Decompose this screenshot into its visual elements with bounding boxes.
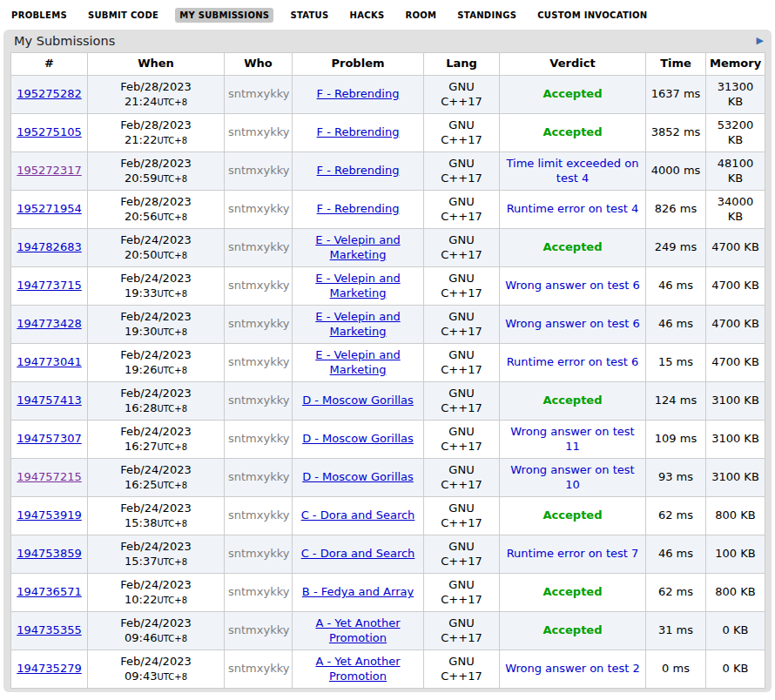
memory-cell: 4700 KB [706, 229, 765, 267]
problem-link[interactable]: B - Fedya and Array [302, 585, 414, 598]
problem-link[interactable]: E - Velepin and Marketing [315, 348, 400, 375]
user-link[interactable]: sntmxykky [228, 125, 289, 138]
memory-cell: 800 KB [706, 497, 765, 535]
who-cell: sntmxykky [225, 650, 293, 689]
timezone-label: UTC+8 [157, 251, 187, 260]
nav-item-submit-code[interactable]: SUBMIT CODE [84, 8, 163, 23]
submission-time: 21:24UTC+8 [91, 95, 220, 109]
problem-link[interactable]: D - Moscow Gorillas [302, 394, 414, 407]
lang-cell: GNU C++17 [424, 267, 500, 306]
user-link[interactable]: sntmxykky [228, 585, 289, 598]
problem-link[interactable]: E - Velepin and Marketing [315, 272, 400, 299]
submission-id-link[interactable]: 194757413 [17, 394, 81, 407]
when-cell: Feb/28/2023 21:24UTC+8 [88, 76, 225, 114]
nav-item-custom-invocation[interactable]: CUSTOM INVOCATION [533, 8, 651, 23]
who-cell: sntmxykky [225, 114, 293, 152]
verdict-cell: Accepted [500, 382, 646, 421]
submission-time: 20:56UTC+8 [91, 210, 220, 224]
submission-time: 19:26UTC+8 [91, 363, 220, 377]
verdict-text: Wrong answer on test 11 [510, 425, 634, 452]
user-link[interactable]: sntmxykky [228, 279, 289, 292]
problem-cell: A - Yet Another Promotion [293, 650, 424, 689]
problem-link[interactable]: F - Rebrending [317, 202, 400, 215]
problem-link[interactable]: D - Moscow Gorillas [302, 432, 414, 445]
nav-item-hacks[interactable]: HACKS [346, 8, 389, 23]
submission-id-link[interactable]: 194735355 [17, 623, 81, 636]
user-link[interactable]: sntmxykky [228, 164, 289, 177]
table-row: 194753919 Feb/24/2023 15:38UTC+8 sntmxyk… [11, 497, 765, 535]
user-link[interactable]: sntmxykky [228, 355, 289, 368]
problem-link[interactable]: A - Yet Another Promotion [315, 655, 400, 682]
lang-cell: GNU C++17 [424, 229, 500, 267]
user-link[interactable]: sntmxykky [228, 87, 289, 100]
submission-id-link[interactable]: 194736571 [17, 585, 81, 598]
problem-link[interactable]: C - Dora and Search [301, 508, 415, 522]
memory-cell: 4700 KB [706, 306, 765, 344]
submission-id-link[interactable]: 194757307 [17, 432, 81, 445]
submission-id-link[interactable]: 194757215 [17, 470, 81, 483]
nav-item-standings[interactable]: STANDINGS [453, 8, 521, 23]
id-cell: 194773428 [11, 306, 88, 344]
user-link[interactable]: sntmxykky [228, 317, 289, 330]
problem-link[interactable]: F - Rebrending [317, 164, 400, 177]
problem-link[interactable]: C - Dora and Search [301, 547, 415, 560]
expand-arrow-icon[interactable]: ▶ [757, 36, 764, 45]
timezone-label: UTC+8 [157, 442, 187, 452]
who-cell: sntmxykky [225, 229, 293, 267]
verdict-cell: Accepted [500, 114, 646, 152]
problem-link[interactable]: E - Velepin and Marketing [315, 233, 400, 260]
submission-date: Feb/24/2023 [91, 616, 220, 630]
user-link[interactable]: sntmxykky [228, 432, 289, 445]
verdict-cell: Accepted [500, 497, 646, 535]
table-row: 194736571 Feb/24/2023 10:22UTC+8 sntmxyk… [11, 574, 765, 612]
nav-item-room[interactable]: ROOM [401, 8, 441, 23]
problem-link[interactable]: A - Yet Another Promotion [315, 616, 400, 643]
submission-id-link[interactable]: 195275282 [17, 87, 81, 100]
table-row: 194773715 Feb/24/2023 19:33UTC+8 sntmxyk… [11, 267, 765, 306]
timezone-label: UTC+8 [157, 136, 187, 145]
user-link[interactable]: sntmxykky [228, 623, 289, 636]
lang-cell: GNU C++17 [424, 382, 500, 421]
lang-cell: GNU C++17 [424, 612, 500, 650]
problem-link[interactable]: D - Moscow Gorillas [302, 470, 414, 483]
user-link[interactable]: sntmxykky [228, 547, 289, 560]
user-link[interactable]: sntmxykky [228, 394, 289, 407]
nav-item-my-submissions[interactable]: MY SUBMISSIONS [175, 8, 273, 23]
user-link[interactable]: sntmxykky [228, 470, 289, 483]
submission-date: Feb/28/2023 [91, 80, 220, 94]
submission-id-link[interactable]: 195271954 [17, 202, 81, 215]
submission-id-link[interactable]: 194753859 [17, 547, 81, 560]
when-cell: Feb/24/2023 15:37UTC+8 [88, 535, 225, 574]
submission-id-link[interactable]: 194753919 [17, 508, 81, 522]
nav-item-status[interactable]: STATUS [286, 8, 333, 23]
submission-id-link[interactable]: 194782683 [17, 240, 81, 253]
id-cell: 194773041 [11, 344, 88, 382]
user-link[interactable]: sntmxykky [228, 240, 289, 253]
problem-cell: D - Moscow Gorillas [293, 459, 424, 497]
timezone-label: UTC+8 [157, 289, 187, 299]
user-link[interactable]: sntmxykky [228, 202, 289, 215]
problem-link[interactable]: E - Velepin and Marketing [315, 310, 400, 337]
timezone-label: UTC+8 [157, 327, 187, 337]
submission-date: Feb/24/2023 [91, 233, 220, 247]
submission-id-link[interactable]: 195272317 [17, 164, 81, 177]
user-link[interactable]: sntmxykky [228, 662, 289, 675]
when-cell: Feb/24/2023 19:26UTC+8 [88, 344, 225, 382]
problem-link[interactable]: F - Rebrending [317, 125, 400, 138]
problem-link[interactable]: F - Rebrending [317, 87, 400, 100]
submission-id-link[interactable]: 194735279 [17, 662, 81, 675]
verdict-cell: Accepted [500, 76, 646, 114]
who-cell: sntmxykky [225, 152, 293, 191]
submission-time: 16:25UTC+8 [91, 478, 220, 492]
submission-id-link[interactable]: 194773715 [17, 279, 81, 292]
when-cell: Feb/24/2023 09:46UTC+8 [88, 612, 225, 650]
verdict-text: Wrong answer on test 10 [510, 463, 634, 490]
time-cell: 109 ms [646, 421, 706, 459]
user-link[interactable]: sntmxykky [228, 508, 289, 522]
verdict-text: Accepted [543, 394, 603, 407]
timezone-label: UTC+8 [157, 596, 187, 605]
submission-id-link[interactable]: 195275105 [17, 125, 81, 138]
submission-id-link[interactable]: 194773428 [17, 317, 81, 330]
nav-item-problems[interactable]: PROBLEMS [7, 8, 71, 23]
submission-id-link[interactable]: 194773041 [17, 355, 81, 368]
